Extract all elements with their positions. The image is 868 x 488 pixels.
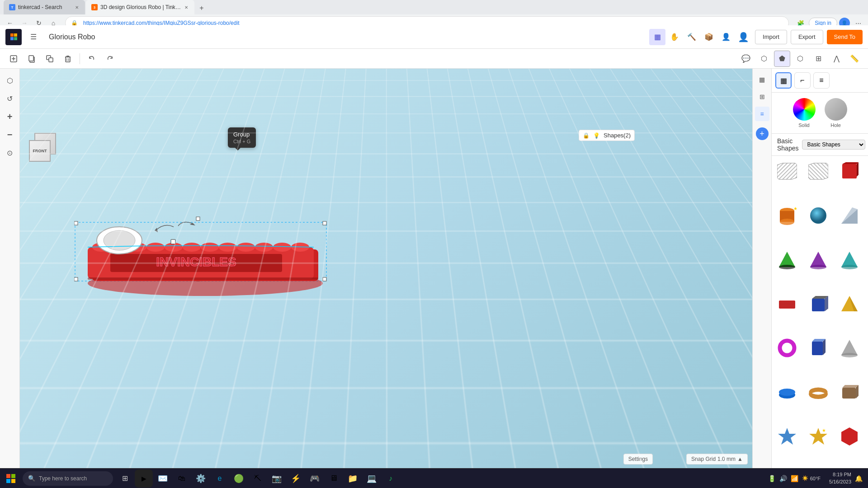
browser-tab-2[interactable]: 3 3D design Glorious Robo | Tinke... ✕ (86, 0, 194, 14)
delete-button[interactable] (60, 51, 76, 67)
align-tool[interactable]: ⊞ (810, 51, 826, 67)
undo-button[interactable] (84, 51, 100, 67)
shape-box-striped-item[interactable] (774, 158, 801, 185)
plus-button[interactable]: + (756, 127, 769, 140)
taskbar-app-mail[interactable]: ✉️ (154, 469, 172, 488)
taskbar-app-green[interactable]: 🟢 (230, 469, 248, 488)
svg-marker-45 (842, 162, 859, 164)
right-panel-icon2[interactable]: ⊞ (755, 89, 769, 104)
svg-point-27 (219, 243, 237, 252)
taskbar-clock[interactable]: 8:19 PM 5/16/2023 (824, 471, 851, 485)
mirror-tool[interactable]: ⋀ (828, 51, 844, 67)
svg-point-23 (146, 243, 165, 252)
shape-torus-orange-item[interactable] (805, 379, 832, 406)
weather-display[interactable]: ☀️ 60°F (802, 475, 821, 481)
copy-button[interactable] (24, 51, 40, 67)
edge-tool[interactable]: ⬡ (792, 51, 808, 67)
shape-library-icon[interactable]: ▦ (755, 72, 769, 87)
zoom-in-button[interactable]: + (2, 108, 18, 125)
hammer-button[interactable]: 🔨 (684, 29, 700, 45)
volume-icon[interactable]: 🔊 (779, 475, 787, 482)
shape-cone-green-item[interactable] (774, 246, 801, 273)
shape-torus-item[interactable] (774, 334, 801, 361)
3d-model[interactable]: INVINCIBLES (74, 195, 327, 301)
taskbar-app-store[interactable]: 🛍 (173, 469, 191, 488)
settings-label[interactable]: Settings (623, 454, 653, 465)
taskbar-app-lightning[interactable]: ⚡ (287, 469, 305, 488)
shape-cone-purple-item[interactable] (805, 246, 832, 273)
taskbar-app-minecraft[interactable]: ⛏ (249, 469, 267, 488)
shapes-count-text: Shapes(2) (604, 132, 631, 139)
person-button[interactable]: 👤 (718, 29, 734, 45)
shape-hex-item[interactable] (836, 423, 863, 450)
shape-star-gold-item[interactable]: ★ (805, 423, 832, 450)
grid-view-button[interactable]: ▦ (649, 29, 665, 45)
tinkercad-logo[interactable] (5, 29, 22, 45)
shape-cone-teal-item[interactable] (836, 246, 863, 273)
hamburger-menu[interactable]: ☰ (25, 29, 42, 45)
shape-box-brown-item[interactable] (836, 379, 863, 406)
ruler-tool[interactable]: 📏 (846, 51, 863, 67)
solid-color-circle[interactable] (793, 98, 816, 121)
start-button[interactable] (2, 469, 20, 488)
shape-tool[interactable]: ⬟ (774, 51, 790, 67)
taskbar-app-photo[interactable]: 📷 (268, 469, 286, 488)
right-panel-icon3[interactable]: ≡ (755, 107, 769, 121)
taskbar-app-music[interactable]: ♪ (382, 469, 400, 488)
import-button[interactable]: Import (755, 30, 787, 44)
taskbar-app-laptop[interactable]: 💻 (363, 469, 381, 488)
shape-prism-item[interactable] (805, 334, 832, 361)
tab1-close[interactable]: ✕ (74, 4, 80, 11)
network-icon[interactable]: 📶 (791, 475, 798, 482)
user-icon[interactable]: 👤 (735, 29, 751, 45)
shape-cylinder-item[interactable]: ★ (774, 202, 801, 229)
box-button[interactable]: 📦 (701, 29, 717, 45)
shape-box-blue-item[interactable] (805, 291, 832, 318)
hole-color-circle[interactable] (825, 98, 847, 121)
zoom-out-button[interactable]: − (2, 127, 18, 143)
duplicate-button[interactable] (42, 51, 58, 67)
redo-button[interactable] (102, 51, 118, 67)
browser-tab-1[interactable]: T tinkercad - Search ✕ (4, 0, 85, 14)
shapes-category-dropdown[interactable]: Basic Shapes Text & Numbers Connectors F… (802, 140, 865, 150)
notification-button[interactable]: 🔔 (855, 475, 863, 482)
rotate-left-button[interactable]: ↺ (2, 90, 18, 107)
svg-point-51 (810, 207, 826, 224)
grid-view-toggle[interactable]: ▦ (775, 72, 792, 89)
snap-grid-label[interactable]: Snap Grid 1.0 mm ▲ (686, 454, 748, 465)
shape-screw-item[interactable] (774, 291, 801, 318)
task-view-button[interactable]: ⊞ (116, 469, 134, 488)
shape-cone-gray-item[interactable] (836, 334, 863, 361)
battery-icon[interactable]: 🔋 (768, 475, 776, 482)
home-view-button[interactable]: ⊙ (2, 145, 18, 161)
taskbar-app-folder[interactable]: 📁 (344, 469, 362, 488)
taskbar-app-gamepad[interactable]: 🎮 (306, 469, 324, 488)
shape-ellipse-item[interactable] (774, 379, 801, 406)
list-view-toggle[interactable]: ⌐ (794, 72, 811, 89)
taskbar-app-settings[interactable]: ⚙️ (192, 469, 210, 488)
canvas-area[interactable]: TOP FRONT (20, 69, 752, 468)
solid-color-option[interactable]: Solid (793, 98, 816, 128)
hand-view-button[interactable]: ✋ (666, 29, 683, 45)
tab2-close[interactable]: ✕ (184, 4, 189, 11)
shape-wedge-item[interactable] (836, 202, 863, 229)
taskbar-app-monitor[interactable]: 🖥 (325, 469, 343, 488)
comment-tool[interactable]: 💬 (738, 51, 754, 67)
shape-star-blue-item[interactable] (774, 423, 801, 450)
waypoint-tool[interactable]: ⬡ (756, 51, 772, 67)
taskbar-search[interactable]: 🔍 Type here to search (23, 471, 113, 486)
shape-pyramid-item[interactable] (836, 291, 863, 318)
notes-view-toggle[interactable]: ≡ (813, 72, 830, 89)
hole-color-option[interactable]: Hole (825, 98, 847, 128)
shape-red-box-item[interactable] (836, 158, 863, 185)
send-to-button[interactable]: Send To (827, 30, 863, 44)
zoom-to-fit-button[interactable]: ⬡ (2, 72, 18, 89)
new-tab-button[interactable]: + (195, 2, 208, 14)
taskbar-app-edge[interactable]: e (211, 469, 229, 488)
nav-cube[interactable]: TOP FRONT (29, 127, 61, 160)
taskbar-app-media-player[interactable]: ▶ (135, 469, 153, 488)
shape-sphere-item[interactable] (805, 202, 832, 229)
shape-box-striped2-item[interactable] (805, 158, 832, 185)
export-button[interactable]: Export (791, 30, 823, 44)
new-shape-button[interactable] (5, 51, 22, 67)
